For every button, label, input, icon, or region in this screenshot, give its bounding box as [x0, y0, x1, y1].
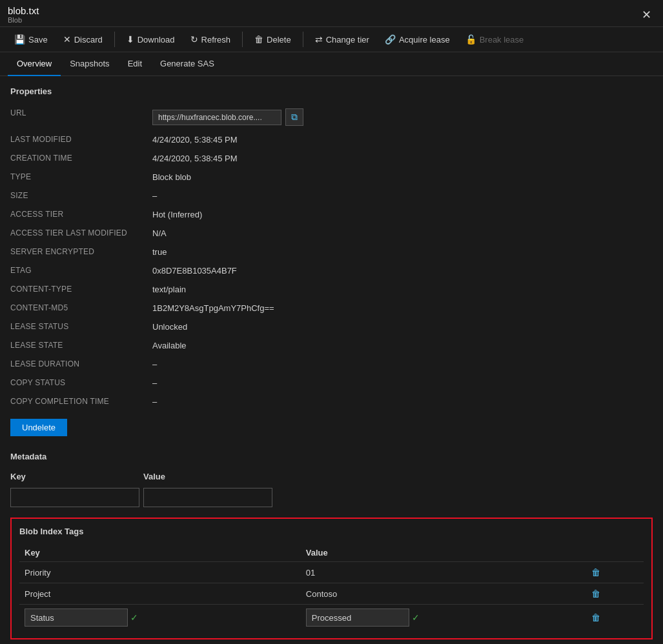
discard-label: Discard	[74, 35, 103, 45]
toolbar: 💾 Save ✕ Discard ⬇ Download ↻ Refresh 🗑 …	[0, 27, 663, 52]
prop-label-copy-status: COPY STATUS	[10, 374, 152, 392]
status-key-input[interactable]	[25, 609, 128, 627]
status-key-container: ✓	[25, 609, 296, 627]
blob-index-tags-section: Blob Index Tags Key Value Priority 01 🗑	[10, 518, 653, 639]
change-tier-label: Change tier	[326, 35, 369, 45]
prop-label-content-type: CONTENT-TYPE	[10, 280, 152, 299]
index-key-header: Key	[19, 544, 301, 562]
prop-value-type: Block blob	[152, 168, 653, 186]
prop-label-etag: ETAG	[10, 261, 152, 280]
delete-label: Delete	[267, 35, 291, 45]
index-actions-header	[582, 544, 644, 562]
prop-label-content-md5: CONTENT-MD5	[10, 299, 152, 317]
delete-priority-button[interactable]: 🗑	[587, 566, 604, 579]
save-icon: 💾	[14, 34, 25, 45]
prop-value-access-tier-modified: N/A	[152, 224, 653, 243]
title-info: blob.txt Blob	[8, 5, 39, 24]
prop-label-lease-duration: LEASE DURATION	[10, 355, 152, 374]
toolbar-separator-2	[242, 32, 243, 47]
delete-icon: 🗑	[254, 34, 263, 45]
index-table-header: Key Value	[19, 544, 644, 562]
break-lease-button[interactable]: 🔓 Break lease	[459, 31, 531, 48]
prop-value-content-type: text/plain	[152, 280, 653, 299]
prop-label-size: SIZE	[10, 186, 152, 205]
meta-value-header: Value	[143, 469, 272, 484]
download-button[interactable]: ⬇ Download	[120, 31, 181, 48]
copy-url-button[interactable]: ⧉	[285, 108, 303, 126]
tab-overview[interactable]: Overview	[8, 52, 61, 76]
acquire-lease-label: Acquire lease	[399, 35, 450, 45]
prop-label-access-tier: ACCESS TIER	[10, 205, 152, 224]
metadata-section-title: Metadata	[10, 452, 653, 461]
prop-label-last-modified: LAST MODIFIED	[10, 130, 152, 149]
prop-label-lease-status: LEASE STATUS	[10, 317, 152, 336]
discard-button[interactable]: ✕ Discard	[57, 31, 109, 48]
index-row-value-priority: 01	[301, 562, 582, 583]
prop-label-copy-completion: COPY COMPLETION TIME	[10, 392, 152, 411]
save-button[interactable]: 💾 Save	[8, 31, 54, 48]
refresh-icon: ↻	[190, 34, 198, 45]
index-value-header: Value	[301, 544, 582, 562]
index-row-delete-project: 🗑	[582, 583, 644, 605]
prop-value-server-encrypted: true	[152, 243, 653, 261]
prop-label-access-tier-modified: ACCESS TIER LAST MODIFIED	[10, 224, 152, 243]
tab-generate-sas[interactable]: Generate SAS	[151, 52, 223, 76]
delete-project-button[interactable]: 🗑	[587, 587, 604, 600]
properties-grid: URL ⧉ LAST MODIFIED 4/24/2020, 5:38:45 P…	[10, 104, 653, 411]
download-label: Download	[138, 35, 175, 45]
title-bar: blob.txt Blob ✕	[0, 0, 663, 27]
discard-icon: ✕	[63, 34, 71, 45]
blob-index-table: Key Value Priority 01 🗑 Project Contoso	[19, 544, 644, 630]
meta-key-header: Key	[10, 469, 139, 484]
prop-label-lease-state: LEASE STATE	[10, 336, 152, 355]
break-lease-label: Break lease	[480, 35, 524, 45]
download-icon: ⬇	[127, 34, 134, 45]
prop-label-type: TYPE	[10, 168, 152, 186]
index-row-key-priority: Priority	[19, 562, 301, 583]
prop-value-lease-duration: –	[152, 355, 653, 374]
refresh-label: Refresh	[201, 35, 231, 45]
tab-edit[interactable]: Edit	[119, 52, 151, 76]
url-input[interactable]	[152, 110, 281, 125]
metadata-value-input[interactable]	[143, 488, 272, 507]
content-area: Properties URL ⧉ LAST MODIFIED 4/24/2020…	[0, 76, 663, 644]
tab-snapshots[interactable]: Snapshots	[61, 52, 118, 76]
url-label: URL	[10, 104, 152, 130]
blob-subtitle: Blob	[8, 16, 39, 24]
status-key-check-icon: ✓	[130, 612, 138, 623]
prop-value-content-md5: 1B2M2Y8AsgTpgAmY7PhCfg==	[152, 299, 653, 317]
status-value-check-icon: ✓	[412, 612, 420, 623]
acquire-lease-button[interactable]: 🔗 Acquire lease	[378, 31, 456, 48]
toolbar-separator-3	[303, 32, 303, 47]
url-value: ⧉	[152, 104, 653, 130]
index-row-delete-priority: 🗑	[582, 562, 644, 583]
save-label: Save	[28, 35, 48, 45]
prop-value-size: –	[152, 186, 653, 205]
metadata-grid: Key Value	[10, 469, 653, 507]
acquire-lease-icon: 🔗	[385, 34, 396, 45]
prop-value-lease-state: Available	[152, 336, 653, 355]
delete-status-button[interactable]: 🗑	[587, 611, 604, 624]
metadata-key-input[interactable]	[10, 488, 139, 507]
prop-value-copy-status: –	[152, 374, 653, 392]
metadata-section: Metadata Key Value	[10, 452, 653, 507]
properties-section-title: Properties	[10, 86, 653, 96]
table-row: ✓ ✓ 🗑	[19, 605, 644, 631]
status-value-container: ✓	[306, 609, 577, 627]
index-row-delete-status: 🗑	[582, 605, 644, 631]
delete-button[interactable]: 🗑 Delete	[248, 31, 298, 48]
break-lease-icon: 🔓	[465, 34, 476, 45]
prop-value-lease-status: Unlocked	[152, 317, 653, 336]
blob-filename: blob.txt	[8, 5, 39, 16]
status-value-input[interactable]	[306, 609, 409, 627]
prop-value-etag: 0x8D7E8B1035A4B7F	[152, 261, 653, 280]
prop-label-creation-time: CREATION TIME	[10, 149, 152, 168]
close-button[interactable]: ✕	[638, 6, 655, 23]
change-tier-button[interactable]: ⇄ Change tier	[309, 31, 376, 48]
undelete-button[interactable]: Undelete	[10, 419, 67, 436]
table-row: Project Contoso 🗑	[19, 583, 644, 605]
refresh-button[interactable]: ↻ Refresh	[184, 31, 238, 48]
table-row: Priority 01 🗑	[19, 562, 644, 583]
index-row-key-project: Project	[19, 583, 301, 605]
url-container: ⧉	[152, 108, 653, 126]
